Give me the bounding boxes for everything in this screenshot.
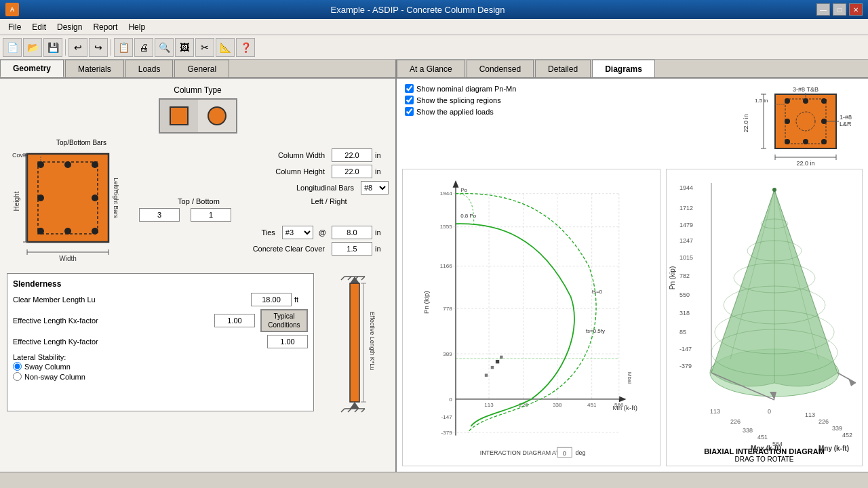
right-tab-bar: At a Glance Condensed Detailed Diagrams — [397, 60, 868, 79]
svg-text:Height: Height — [13, 191, 20, 211]
non-sway-radio[interactable] — [13, 372, 22, 381]
round-icon — [208, 106, 226, 125]
slenderness-diagram-area: Effective Length K*Lu — [321, 273, 389, 415]
svg-text:INTERACTION DIAGRAM AT θ =: INTERACTION DIAGRAM AT θ = — [480, 449, 570, 456]
svg-point-4 — [37, 228, 44, 235]
tab-diagrams[interactable]: Diagrams — [592, 60, 655, 77]
kx-label: Effective Length Kx-factor — [13, 317, 212, 325]
toolbar-open[interactable]: 📂 — [23, 38, 42, 57]
column-detail-svg: 3-#8 T&B 1-#8 L&R 22.0 in — [738, 84, 860, 169]
svg-text:0: 0 — [768, 408, 771, 415]
svg-rect-102 — [500, 356, 502, 359]
left-right-count-input[interactable] — [191, 208, 231, 222]
ky-input[interactable] — [267, 335, 308, 348]
menu-help[interactable]: Help — [123, 21, 151, 33]
close-button[interactable]: ✕ — [849, 3, 863, 16]
ties-at-label: @ — [316, 228, 329, 237]
top-bottom-bars-label: Top/Bottom Bars — [47, 139, 115, 146]
svg-text:22.0 in: 22.0 in — [743, 114, 749, 132]
menu-file[interactable]: File — [3, 21, 26, 33]
diagrams-area: Pn (kip) Mn (k-ft) 1944 1555 1166 — [397, 169, 868, 472]
right-content: Show nominal diagram Pn-Mn Show the spli… — [397, 79, 868, 472]
menu-design[interactable]: Design — [52, 21, 87, 33]
tab-materials[interactable]: Materials — [65, 60, 124, 77]
svg-text:226: 226 — [730, 418, 741, 425]
show-nominal-label: Show nominal diagram Pn-Mn — [416, 85, 516, 93]
svg-text:22.0 in: 22.0 in — [796, 160, 814, 167]
column-height-input[interactable] — [332, 165, 372, 178]
tab-general[interactable]: General — [174, 60, 229, 77]
svg-text:Po: Po — [460, 187, 467, 193]
longitudinal-bars-select[interactable]: #8#3#4#5#6#7#9#10 — [361, 181, 389, 195]
column-width-label: Column Width — [132, 151, 329, 159]
svg-point-46 — [803, 139, 808, 144]
toolbar-print[interactable]: 🖨 — [134, 38, 153, 57]
tab-detailed[interactable]: Detailed — [535, 60, 591, 77]
svg-text:-379: -379 — [441, 430, 453, 436]
sway-radio[interactable] — [13, 362, 22, 371]
cover-row: Concrete Clear Cover in — [132, 242, 389, 256]
svg-text:3-#8 T&B: 3-#8 T&B — [793, 86, 818, 93]
window-controls: — □ ✕ — [816, 3, 863, 16]
tab-condensed[interactable]: Condensed — [467, 60, 534, 77]
svg-text:0: 0 — [563, 450, 566, 457]
geometry-form: Column Width in Column Height in Longitu… — [132, 139, 389, 268]
col-type-round-button[interactable] — [198, 100, 236, 132]
maximize-button[interactable]: □ — [833, 3, 846, 16]
tab-at-a-glance[interactable]: At a Glance — [397, 60, 465, 77]
top-controls: Show nominal diagram Pn-Mn Show the spli… — [397, 79, 868, 169]
typical-conditions-button[interactable]: TypicalConditions — [260, 309, 308, 332]
minimize-button[interactable]: — — [816, 3, 830, 16]
column-width-input[interactable] — [332, 148, 372, 162]
tab-geometry[interactable]: Geometry — [0, 60, 64, 77]
toolbar-save[interactable]: 💾 — [43, 38, 62, 57]
checkbox-splicing: Show the splicing regions — [405, 96, 516, 104]
title-bar: A Example - ASDIP - Concrete Column Desi… — [0, 0, 868, 19]
toolbar-zoom[interactable]: 🔍 — [155, 38, 174, 57]
toolbar-redo[interactable]: ↪ — [89, 38, 108, 57]
toolbar-sep-2 — [111, 39, 111, 56]
top-bottom-count-input[interactable] — [139, 208, 180, 222]
svg-text:1015: 1015 — [679, 254, 693, 261]
cover-input[interactable] — [332, 242, 372, 256]
toolbar-cut[interactable]: ✂ — [195, 38, 214, 57]
biaxial-diagram-title: BIAXIAL INTERACTION DIAGRAM — [704, 447, 825, 455]
window-title: Example - ASDIP - Concrete Column Design — [19, 5, 816, 15]
svg-point-7 — [64, 228, 71, 235]
svg-text:1479: 1479 — [679, 222, 693, 228]
toolbar-ruler[interactable]: 📐 — [216, 38, 235, 57]
svg-text:0.8 Po: 0.8 Po — [460, 213, 477, 219]
interaction-diagram-svg: Pn (kip) Mn (k-ft) 1944 1555 1166 — [403, 169, 660, 466]
show-splicing-label: Show the splicing regions — [416, 96, 501, 104]
col-type-rect-button[interactable] — [160, 100, 198, 132]
show-nominal-checkbox[interactable] — [405, 84, 414, 93]
show-splicing-checkbox[interactable] — [405, 96, 414, 104]
toolbar-image[interactable]: 🖼 — [175, 38, 194, 57]
sway-radio-row: Sway Column — [13, 362, 308, 371]
ties-spacing-input[interactable] — [332, 226, 372, 239]
diagram-checkboxes: Show nominal diagram Pn-Mn Show the spli… — [405, 84, 516, 165]
svg-text:389: 389 — [443, 351, 452, 357]
svg-text:Mbal: Mbal — [627, 372, 633, 384]
menu-report[interactable]: Report — [87, 21, 123, 33]
svg-point-47 — [785, 119, 790, 124]
toolbar-undo[interactable]: ↩ — [68, 38, 87, 57]
menu-edit[interactable]: Edit — [26, 21, 52, 33]
svg-point-48 — [821, 119, 827, 124]
clear-length-input[interactable] — [251, 293, 292, 306]
column-type-selector — [159, 98, 237, 134]
show-loads-checkbox[interactable] — [405, 107, 414, 116]
svg-point-9 — [92, 195, 98, 201]
toolbar-copy[interactable]: 📋 — [114, 38, 133, 57]
toolbar-help[interactable]: ❓ — [236, 38, 255, 57]
slenderness-title: Slenderness — [13, 279, 308, 289]
cross-section-row: Top/Bottom Bars — [7, 139, 389, 268]
svg-text:Pn (kip): Pn (kip) — [669, 266, 676, 289]
toolbar-new[interactable]: 📄 — [3, 38, 22, 57]
column-type-section: Column Type — [7, 85, 389, 134]
ties-select[interactable]: #3#4#5 — [282, 226, 313, 239]
kx-input[interactable] — [214, 314, 255, 327]
svg-text:Left/Right Bars: Left/Right Bars — [113, 178, 119, 218]
tab-loads[interactable]: Loads — [125, 60, 174, 77]
cover-label: Concrete Clear Cover — [132, 245, 329, 253]
